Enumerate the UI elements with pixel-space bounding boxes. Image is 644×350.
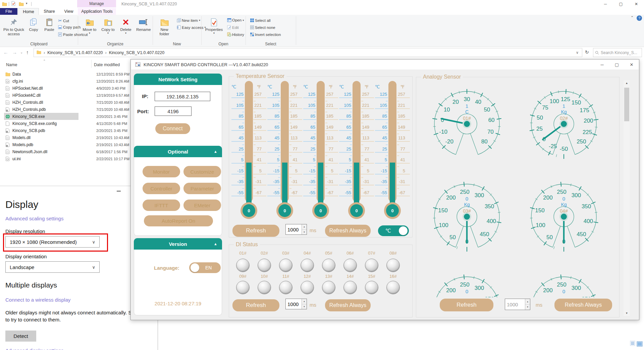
explorer-minimize-button[interactable]: ─ [598,0,613,8]
advanced-scaling-settings-link[interactable]: Advanced scaling settings [5,216,63,221]
refresh-address-icon[interactable]: ↻ [585,49,589,55]
scroll-up-icon[interactable]: ▲ [624,80,630,86]
spinner-up-icon[interactable]: ▲ [302,299,307,304]
optional-button-customize[interactable]: Customize [183,166,221,177]
spinner-down-icon[interactable]: ▼ [302,304,307,309]
forward-icon[interactable]: → [12,49,17,55]
connect-wireless-display-link[interactable]: Connect to a wireless display [5,297,70,303]
qat-customize-caret-icon[interactable]: ▾ [26,2,28,5]
copy-to-button[interactable]: Copy to▾ [99,17,117,35]
select-none-button[interactable]: Select none [249,25,275,30]
file-row[interactable]: ui.ini2/22/2021 10:17 PM [0,155,130,162]
kincony-close-button[interactable]: ✕ [624,59,639,70]
file-row[interactable]: Models.pdb2/19/2021 10:43 AM [0,141,130,148]
optional-button-emeter[interactable]: EMeter [183,200,221,211]
tab-application-tools[interactable]: Application Tools [78,8,116,15]
optional-button-ifttt[interactable]: IFTTT [143,200,180,211]
column-divider[interactable] [91,60,92,68]
delete-button[interactable]: ✕ Delete▾ [118,17,133,35]
file-row[interactable]: Models.dll2/19/2021 10:43 AM [0,134,130,141]
celsius-toggle[interactable]: ℃ [378,225,409,236]
column-header-date[interactable]: Date modified [94,62,120,67]
analogy-refresh-button[interactable]: Refresh [440,299,493,311]
sort-ascending-icon[interactable]: ⌃ [43,59,46,63]
spinner-up-icon[interactable]: ▲ [525,299,530,305]
temperature-refresh-always-button[interactable]: Refresh Always [325,225,371,237]
qat-folder-icon[interactable] [2,1,7,7]
copy-button[interactable]: Copy [26,17,41,32]
pin-to-quick-access-button[interactable]: Pin to Quick access [3,17,25,36]
move-to-button[interactable]: Move to▾ [80,17,99,35]
breadcrumb-item[interactable]: Kincony_SCB_V1.0.407.0220 [47,50,103,55]
explorer-maximize-button[interactable]: ▢ [613,0,629,8]
tab-share[interactable]: Share [40,8,59,15]
ip-field[interactable]: 192.168.2.135 [155,92,210,101]
analogy-refresh-always-button[interactable]: Refresh Always [554,299,612,311]
advanced-display-settings-link[interactable]: Advanced display settings [5,348,63,350]
edit-button[interactable]: Edit [226,25,239,30]
rename-button[interactable]: Rename [134,17,153,32]
file-row[interactable]: HPSocket.Net.dll4/9/2020 3:40 PM [0,85,130,92]
explorer-close-button[interactable]: ✕ [629,0,644,8]
qat-properties-icon[interactable] [11,1,15,7]
tab-home[interactable]: Home [18,8,39,15]
invert-selection-button[interactable]: Invert selection [249,32,281,37]
history-button[interactable]: History [226,32,244,37]
paste-button[interactable]: Paste [42,17,57,32]
file-row[interactable]: cfg.ini12/20/2021 8:26 AM [0,78,130,85]
file-row[interactable]: HZH_Controls.dll7/21/2020 10:48 AM [0,99,130,106]
help-icon[interactable]: ? [637,15,642,21]
autoreport-button[interactable]: AutoReport On [144,215,213,226]
cut-button[interactable]: ✂ Cut [57,18,69,23]
temperature-interval-spinner[interactable]: 1000 ▲▼ [285,224,307,235]
breadcrumb-item[interactable]: Kincony_SCB_V1.0.407.0220 [109,50,164,55]
optional-header[interactable]: Optional▲ [134,146,222,157]
statusbar-list-view-icon[interactable] [630,341,635,347]
qat-newfolder-icon[interactable] [19,1,24,7]
file-row[interactable]: HZH_Controls.pdb7/21/2020 10:48 AM [0,106,130,113]
file-row[interactable]: Kincony_SCB.pdb2/20/2021 3:45 PM [0,127,130,134]
copy-path-button[interactable]: Copy path [57,25,80,29]
optional-button-monitor[interactable]: Monitor [143,166,180,177]
file-row[interactable]: Newtonsoft.Json.dll6/18/2017 1:56 PM [0,148,130,155]
breadcrumb-dropdown-icon[interactable]: ∨ [576,50,579,55]
kincony-maximize-button[interactable]: ▢ [609,59,624,70]
port-field[interactable]: 4196 [155,106,192,116]
tab-view[interactable]: View [60,8,78,15]
scrollbar-thumb[interactable] [624,88,629,121]
connect-button[interactable]: Connect [155,123,190,134]
tab-file[interactable]: File [0,8,17,15]
di-interval-spinner[interactable]: 1000 ▲▼ [285,299,307,309]
kincony-minimize-button[interactable]: ─ [595,59,609,70]
file-row[interactable]: Kincony_SCB.exe2/20/2021 3:45 PM [0,113,130,120]
spinner-up-icon[interactable]: ▲ [302,224,307,230]
optional-button-controller[interactable]: Controller [143,183,180,194]
detect-button[interactable]: Detect [5,331,36,342]
collapse-triangle-icon[interactable]: ▲ [214,149,217,154]
recent-locations-icon[interactable]: ⌄ [20,50,23,54]
new-item-button[interactable]: New item▾ [176,18,200,23]
version-header[interactable]: Version▲ [134,238,222,250]
di-refresh-button[interactable]: Refresh [232,299,279,311]
new-folder-button[interactable]: New folder [156,17,173,36]
statusbar-thumbnail-view-icon[interactable] [637,341,643,348]
settings-minimize-button[interactable] [117,191,121,191]
language-toggle[interactable]: EN [189,262,221,273]
temperature-refresh-button[interactable]: Refresh [232,225,279,237]
spinner-down-icon[interactable]: ▼ [302,230,307,235]
file-row[interactable]: Data12/12/2021 8:59 PM [0,71,130,78]
orientation-dropdown[interactable]: Landscape ∨ [5,261,100,273]
select-all-button[interactable]: Select all [249,18,271,23]
di-refresh-always-button[interactable]: Refresh Always [325,299,371,311]
breadcrumb[interactable]: › Kincony_SCB_V1.0.407.0220 › Kincony_SC… [34,48,582,57]
spinner-down-icon[interactable]: ▼ [525,305,530,310]
properties-button[interactable]: Properties▾ [204,17,224,35]
up-icon[interactable]: ↑ [26,49,29,55]
optional-button-parameter[interactable]: Parameter [183,183,221,194]
vertical-scrollbar[interactable]: ▲ ▼ [624,80,630,316]
column-header-name[interactable]: Name [6,62,17,67]
search-input[interactable]: Search Kincony_S... [593,48,642,57]
open-button[interactable]: Open▾ [226,18,244,22]
scroll-down-icon[interactable]: ▼ [624,310,630,316]
collapse-triangle-icon[interactable]: ▲ [214,242,217,246]
